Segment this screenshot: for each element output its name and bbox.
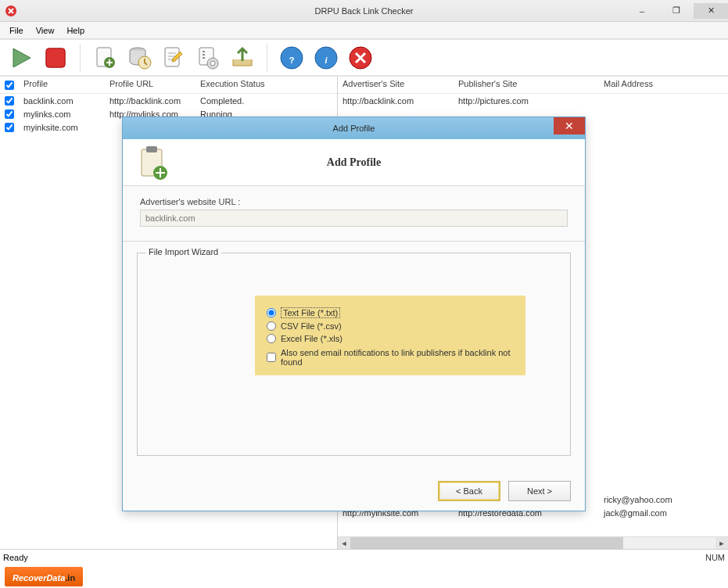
toolbar-separator (267, 44, 267, 72)
profile-grid-header: Profile Profile URL Execution Status (0, 77, 337, 94)
dialog-buttons: < Back Next > (438, 481, 571, 501)
cell-mail (599, 286, 701, 288)
sites-grid-header: Advertiser's Site Publisher's Site Mail … (338, 77, 728, 94)
cell-mail (599, 446, 701, 447)
cell-mail (599, 113, 701, 115)
cell-mail (599, 432, 701, 434)
menu-file[interactable]: File (3, 24, 30, 37)
stop-button[interactable] (39, 41, 72, 74)
url-field[interactable]: backlink.com (140, 210, 568, 227)
cell-mail (599, 140, 701, 142)
email-notification-checkbox[interactable]: Also send email notifications to link pu… (267, 348, 514, 367)
cell-mail (599, 419, 701, 421)
settings-button[interactable] (192, 41, 224, 74)
add-profile-dialog: Add Profile ✕ Add Profile Advertiser's w… (122, 117, 586, 511)
minimize-button[interactable]: – (625, 3, 659, 19)
cell-profile: myinksite.com (19, 122, 105, 133)
select-all-checkbox[interactable] (5, 81, 14, 90)
col-publisher-site[interactable]: Publisher's Site (454, 77, 599, 93)
delete-button[interactable] (344, 41, 377, 74)
col-execution-status[interactable]: Execution Status (195, 77, 336, 93)
cell-pub (454, 113, 599, 115)
cell-mail (599, 393, 701, 394)
cell-mail (599, 260, 701, 261)
cell-mail (599, 220, 701, 221)
status-num: NUM (705, 553, 725, 562)
site-row[interactable]: http://backlink.comhttp://pictures.com (338, 94, 728, 107)
export-button[interactable] (226, 41, 259, 74)
cell-mail (599, 472, 701, 474)
cell-profile: backlink.com (19, 95, 105, 106)
radio-excel-file[interactable]: Excel File (*.xls) (267, 334, 514, 343)
cell-mail (599, 406, 701, 407)
cell-mail (599, 353, 701, 354)
dialog-header: Add Profile (123, 139, 585, 186)
next-button[interactable]: Next > (508, 481, 571, 501)
watermark-logo: RecoverData.in (5, 567, 83, 586)
radio-csv-file[interactable]: CSV File (*.csv) (267, 321, 514, 331)
dialog-titlebar[interactable]: Add Profile ✕ (123, 117, 585, 139)
help-button[interactable]: ? (275, 41, 308, 74)
new-profile-button[interactable] (88, 41, 121, 74)
row-checkbox[interactable] (5, 109, 14, 119)
svg-rect-1 (46, 48, 65, 66)
cell-pub: http://pictures.com (454, 95, 599, 106)
dialog-title: Add Profile (333, 124, 375, 133)
svg-point-9 (210, 61, 215, 66)
wizard-legend: File Import Wizard (145, 247, 221, 256)
cell-mail (599, 273, 701, 274)
menubar: File View Help (0, 22, 728, 39)
cell-mail: ricky@yahoo.com (599, 494, 701, 505)
cell-url: http://backlink.com (105, 95, 195, 106)
profile-row[interactable]: backlink.comhttp://backlink.comCompleted… (0, 94, 337, 107)
window-title: DRPU Back Link Checker (315, 6, 414, 16)
dialog-header-title: Add Profile (327, 156, 428, 169)
cell-mail (599, 153, 701, 155)
cell-mail (599, 379, 701, 381)
cell-mail (599, 180, 701, 181)
history-button[interactable] (123, 41, 156, 74)
cell-mail (599, 339, 701, 341)
back-button[interactable]: < Back (438, 481, 500, 501)
horizontal-scrollbar[interactable]: ◄ ► (338, 536, 728, 549)
cell-mail (599, 366, 701, 368)
cell-mail (599, 193, 701, 195)
cell-mail (599, 299, 701, 301)
cell-mail (599, 167, 701, 168)
cell-adv (338, 113, 454, 115)
row-checkbox[interactable] (5, 96, 14, 106)
cell-profile: mylinks.com (19, 109, 105, 120)
info-button[interactable]: i (310, 41, 342, 74)
play-button[interactable] (5, 41, 38, 74)
cell-mail: jack@gmail.com (599, 507, 701, 518)
cell-mail (599, 206, 701, 208)
edit-button[interactable] (157, 41, 190, 74)
statusbar: Ready NUM (0, 549, 728, 565)
cell-mail (599, 127, 701, 128)
svg-text:?: ? (289, 56, 295, 65)
scrollbar-thumb[interactable] (350, 537, 623, 549)
col-mail-address[interactable]: Mail Address (599, 77, 701, 93)
scroll-left-arrow[interactable]: ◄ (338, 537, 350, 549)
menu-help[interactable]: Help (60, 24, 91, 37)
radio-text-file[interactable]: Text File (*.txt) (267, 307, 514, 318)
close-button[interactable]: ✕ (694, 3, 728, 19)
file-import-wizard: File Import Wizard Text File (*.txt) CSV… (137, 253, 571, 456)
menu-view[interactable]: View (30, 24, 61, 37)
col-profile-url[interactable]: Profile URL (105, 77, 195, 93)
cell-mail (599, 100, 701, 102)
clipboard-icon (134, 145, 170, 181)
app-icon (5, 5, 17, 17)
scroll-right-arrow[interactable]: ► (715, 537, 728, 549)
file-type-options: Text File (*.txt) CSV File (*.csv) Excel… (255, 296, 525, 375)
col-profile[interactable]: Profile (19, 77, 105, 93)
dialog-body: Add Profile Advertiser's website URL : b… (123, 139, 585, 511)
toolbar-separator (80, 44, 81, 72)
watermark-area: RecoverData.in (0, 565, 728, 588)
toolbar: ? i (0, 39, 728, 76)
maximize-button[interactable]: ❐ (659, 3, 694, 19)
row-checkbox[interactable] (5, 123, 14, 132)
dialog-close-button[interactable]: ✕ (554, 117, 585, 134)
col-advertiser-site[interactable]: Advertiser's Site (338, 77, 454, 93)
cell-mail (599, 486, 701, 487)
